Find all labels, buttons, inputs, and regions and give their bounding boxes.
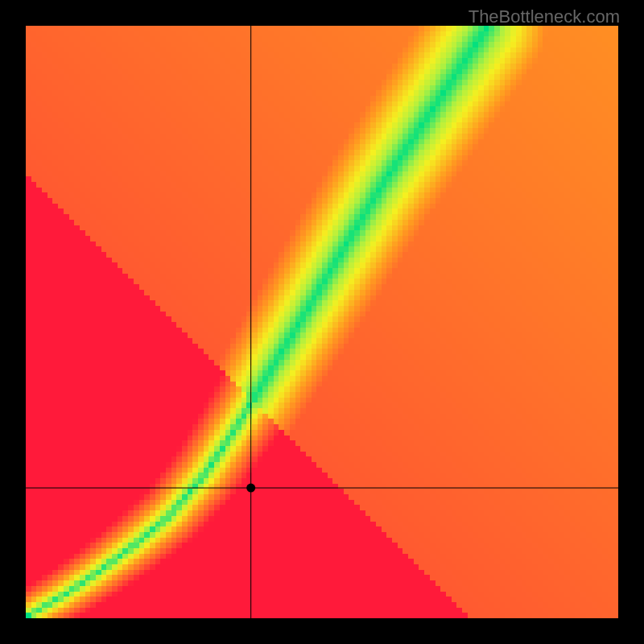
chart-container: TheBottleneck.com (0, 0, 644, 644)
watermark-text: TheBottleneck.com (469, 6, 620, 27)
heatmap-canvas (26, 26, 618, 618)
